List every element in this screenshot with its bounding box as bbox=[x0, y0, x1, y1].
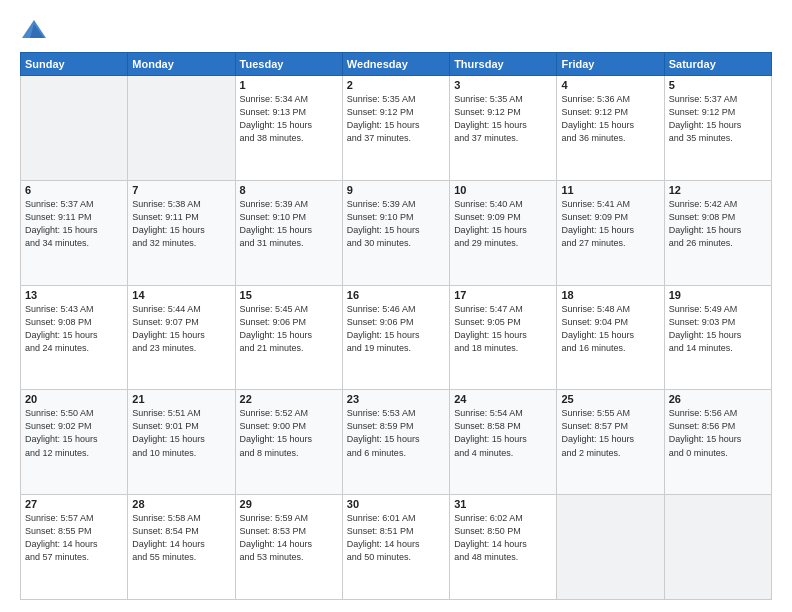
weekday-header-wednesday: Wednesday bbox=[342, 53, 449, 76]
calendar-cell bbox=[128, 76, 235, 181]
week-row-4: 20Sunrise: 5:50 AM Sunset: 9:02 PM Dayli… bbox=[21, 390, 772, 495]
day-detail: Sunrise: 5:38 AM Sunset: 9:11 PM Dayligh… bbox=[132, 198, 230, 250]
day-number: 17 bbox=[454, 289, 552, 301]
calendar-cell: 11Sunrise: 5:41 AM Sunset: 9:09 PM Dayli… bbox=[557, 180, 664, 285]
day-detail: Sunrise: 5:47 AM Sunset: 9:05 PM Dayligh… bbox=[454, 303, 552, 355]
weekday-header-saturday: Saturday bbox=[664, 53, 771, 76]
day-detail: Sunrise: 5:52 AM Sunset: 9:00 PM Dayligh… bbox=[240, 407, 338, 459]
day-number: 27 bbox=[25, 498, 123, 510]
day-number: 13 bbox=[25, 289, 123, 301]
calendar-cell: 15Sunrise: 5:45 AM Sunset: 9:06 PM Dayli… bbox=[235, 285, 342, 390]
calendar-cell: 22Sunrise: 5:52 AM Sunset: 9:00 PM Dayli… bbox=[235, 390, 342, 495]
calendar-cell: 4Sunrise: 5:36 AM Sunset: 9:12 PM Daylig… bbox=[557, 76, 664, 181]
day-detail: Sunrise: 5:40 AM Sunset: 9:09 PM Dayligh… bbox=[454, 198, 552, 250]
day-number: 6 bbox=[25, 184, 123, 196]
day-detail: Sunrise: 5:35 AM Sunset: 9:12 PM Dayligh… bbox=[454, 93, 552, 145]
day-number: 23 bbox=[347, 393, 445, 405]
day-detail: Sunrise: 5:34 AM Sunset: 9:13 PM Dayligh… bbox=[240, 93, 338, 145]
calendar-cell: 30Sunrise: 6:01 AM Sunset: 8:51 PM Dayli… bbox=[342, 495, 449, 600]
weekday-header-tuesday: Tuesday bbox=[235, 53, 342, 76]
calendar-cell: 17Sunrise: 5:47 AM Sunset: 9:05 PM Dayli… bbox=[450, 285, 557, 390]
calendar-cell: 16Sunrise: 5:46 AM Sunset: 9:06 PM Dayli… bbox=[342, 285, 449, 390]
day-number: 24 bbox=[454, 393, 552, 405]
day-detail: Sunrise: 5:59 AM Sunset: 8:53 PM Dayligh… bbox=[240, 512, 338, 564]
calendar-cell: 23Sunrise: 5:53 AM Sunset: 8:59 PM Dayli… bbox=[342, 390, 449, 495]
weekday-header-monday: Monday bbox=[128, 53, 235, 76]
day-detail: Sunrise: 5:46 AM Sunset: 9:06 PM Dayligh… bbox=[347, 303, 445, 355]
day-number: 30 bbox=[347, 498, 445, 510]
day-number: 4 bbox=[561, 79, 659, 91]
week-row-1: 1Sunrise: 5:34 AM Sunset: 9:13 PM Daylig… bbox=[21, 76, 772, 181]
week-row-5: 27Sunrise: 5:57 AM Sunset: 8:55 PM Dayli… bbox=[21, 495, 772, 600]
day-detail: Sunrise: 5:45 AM Sunset: 9:06 PM Dayligh… bbox=[240, 303, 338, 355]
calendar-cell: 26Sunrise: 5:56 AM Sunset: 8:56 PM Dayli… bbox=[664, 390, 771, 495]
calendar-cell: 31Sunrise: 6:02 AM Sunset: 8:50 PM Dayli… bbox=[450, 495, 557, 600]
day-detail: Sunrise: 5:54 AM Sunset: 8:58 PM Dayligh… bbox=[454, 407, 552, 459]
day-detail: Sunrise: 5:39 AM Sunset: 9:10 PM Dayligh… bbox=[347, 198, 445, 250]
day-number: 18 bbox=[561, 289, 659, 301]
day-number: 12 bbox=[669, 184, 767, 196]
day-detail: Sunrise: 5:53 AM Sunset: 8:59 PM Dayligh… bbox=[347, 407, 445, 459]
calendar-cell bbox=[664, 495, 771, 600]
day-number: 7 bbox=[132, 184, 230, 196]
weekday-header-thursday: Thursday bbox=[450, 53, 557, 76]
weekday-header-row: SundayMondayTuesdayWednesdayThursdayFrid… bbox=[21, 53, 772, 76]
calendar-cell: 1Sunrise: 5:34 AM Sunset: 9:13 PM Daylig… bbox=[235, 76, 342, 181]
day-number: 15 bbox=[240, 289, 338, 301]
calendar-cell: 9Sunrise: 5:39 AM Sunset: 9:10 PM Daylig… bbox=[342, 180, 449, 285]
logo-icon bbox=[20, 16, 48, 44]
calendar-cell: 25Sunrise: 5:55 AM Sunset: 8:57 PM Dayli… bbox=[557, 390, 664, 495]
day-detail: Sunrise: 5:57 AM Sunset: 8:55 PM Dayligh… bbox=[25, 512, 123, 564]
calendar-cell: 20Sunrise: 5:50 AM Sunset: 9:02 PM Dayli… bbox=[21, 390, 128, 495]
calendar-table: SundayMondayTuesdayWednesdayThursdayFrid… bbox=[20, 52, 772, 600]
day-detail: Sunrise: 5:50 AM Sunset: 9:02 PM Dayligh… bbox=[25, 407, 123, 459]
day-detail: Sunrise: 5:42 AM Sunset: 9:08 PM Dayligh… bbox=[669, 198, 767, 250]
weekday-header-sunday: Sunday bbox=[21, 53, 128, 76]
day-number: 26 bbox=[669, 393, 767, 405]
calendar-cell: 2Sunrise: 5:35 AM Sunset: 9:12 PM Daylig… bbox=[342, 76, 449, 181]
day-number: 14 bbox=[132, 289, 230, 301]
day-number: 2 bbox=[347, 79, 445, 91]
day-number: 11 bbox=[561, 184, 659, 196]
calendar-cell: 28Sunrise: 5:58 AM Sunset: 8:54 PM Dayli… bbox=[128, 495, 235, 600]
day-detail: Sunrise: 6:02 AM Sunset: 8:50 PM Dayligh… bbox=[454, 512, 552, 564]
calendar-cell: 7Sunrise: 5:38 AM Sunset: 9:11 PM Daylig… bbox=[128, 180, 235, 285]
day-number: 19 bbox=[669, 289, 767, 301]
calendar-cell: 21Sunrise: 5:51 AM Sunset: 9:01 PM Dayli… bbox=[128, 390, 235, 495]
day-detail: Sunrise: 5:41 AM Sunset: 9:09 PM Dayligh… bbox=[561, 198, 659, 250]
calendar-cell: 10Sunrise: 5:40 AM Sunset: 9:09 PM Dayli… bbox=[450, 180, 557, 285]
day-number: 8 bbox=[240, 184, 338, 196]
day-number: 20 bbox=[25, 393, 123, 405]
day-detail: Sunrise: 5:48 AM Sunset: 9:04 PM Dayligh… bbox=[561, 303, 659, 355]
weekday-header-friday: Friday bbox=[557, 53, 664, 76]
calendar-cell: 6Sunrise: 5:37 AM Sunset: 9:11 PM Daylig… bbox=[21, 180, 128, 285]
day-number: 21 bbox=[132, 393, 230, 405]
calendar-cell bbox=[21, 76, 128, 181]
calendar-cell: 3Sunrise: 5:35 AM Sunset: 9:12 PM Daylig… bbox=[450, 76, 557, 181]
day-detail: Sunrise: 5:36 AM Sunset: 9:12 PM Dayligh… bbox=[561, 93, 659, 145]
day-number: 1 bbox=[240, 79, 338, 91]
day-number: 28 bbox=[132, 498, 230, 510]
day-detail: Sunrise: 5:49 AM Sunset: 9:03 PM Dayligh… bbox=[669, 303, 767, 355]
day-detail: Sunrise: 6:01 AM Sunset: 8:51 PM Dayligh… bbox=[347, 512, 445, 564]
page: SundayMondayTuesdayWednesdayThursdayFrid… bbox=[0, 0, 792, 612]
day-number: 29 bbox=[240, 498, 338, 510]
calendar-cell: 5Sunrise: 5:37 AM Sunset: 9:12 PM Daylig… bbox=[664, 76, 771, 181]
day-number: 5 bbox=[669, 79, 767, 91]
day-number: 3 bbox=[454, 79, 552, 91]
day-detail: Sunrise: 5:39 AM Sunset: 9:10 PM Dayligh… bbox=[240, 198, 338, 250]
calendar-cell: 18Sunrise: 5:48 AM Sunset: 9:04 PM Dayli… bbox=[557, 285, 664, 390]
day-detail: Sunrise: 5:37 AM Sunset: 9:12 PM Dayligh… bbox=[669, 93, 767, 145]
day-detail: Sunrise: 5:56 AM Sunset: 8:56 PM Dayligh… bbox=[669, 407, 767, 459]
calendar-cell: 13Sunrise: 5:43 AM Sunset: 9:08 PM Dayli… bbox=[21, 285, 128, 390]
day-number: 25 bbox=[561, 393, 659, 405]
day-detail: Sunrise: 5:43 AM Sunset: 9:08 PM Dayligh… bbox=[25, 303, 123, 355]
calendar-cell: 29Sunrise: 5:59 AM Sunset: 8:53 PM Dayli… bbox=[235, 495, 342, 600]
calendar-cell: 27Sunrise: 5:57 AM Sunset: 8:55 PM Dayli… bbox=[21, 495, 128, 600]
week-row-3: 13Sunrise: 5:43 AM Sunset: 9:08 PM Dayli… bbox=[21, 285, 772, 390]
day-number: 16 bbox=[347, 289, 445, 301]
calendar-cell bbox=[557, 495, 664, 600]
calendar-cell: 19Sunrise: 5:49 AM Sunset: 9:03 PM Dayli… bbox=[664, 285, 771, 390]
day-detail: Sunrise: 5:44 AM Sunset: 9:07 PM Dayligh… bbox=[132, 303, 230, 355]
calendar-cell: 8Sunrise: 5:39 AM Sunset: 9:10 PM Daylig… bbox=[235, 180, 342, 285]
